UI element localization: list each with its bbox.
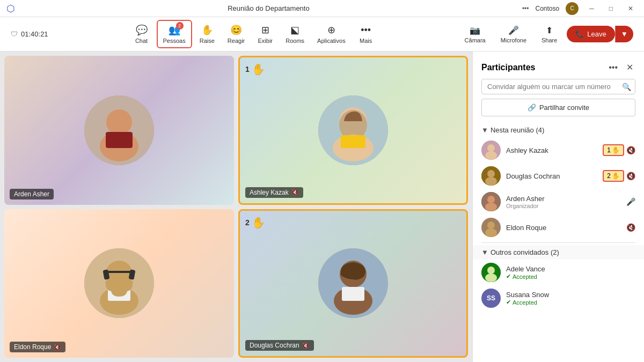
sidebar-participants: Participantes ••• ✕ 🔍 🔗 Partilhar convit… (472, 51, 644, 362)
raise-hand-icon-douglas: ✋ (252, 216, 265, 229)
svg-point-30 (487, 221, 495, 229)
phone-icon: 📞 (575, 30, 584, 38)
aplicativos-tool-btn[interactable]: ⊕ Aplicativos (312, 21, 351, 47)
douglas-avatar-svg (318, 248, 388, 318)
adele-info: Adele Vance ✔ Accepted (506, 265, 635, 280)
avatar-eldon (84, 248, 154, 318)
exibir-icon: ⊞ (261, 24, 269, 36)
share-icon: ⬆ (546, 25, 553, 35)
douglas-actions: 2 ✋ 🔇 (603, 170, 635, 182)
toolbar: 🛡 01:40:21 💬 Chat 👥 2 Pessoas ✋ Raise 😊 … (0, 17, 644, 51)
raise-hand-icon2: ✋ (612, 172, 620, 180)
raise-hand-icon-ashley: ✋ (252, 63, 265, 76)
camera-tool-btn[interactable]: 📷 Câmara (459, 22, 491, 47)
camera-label: Câmara (465, 37, 486, 43)
douglas-raise-num: 2 (607, 172, 611, 180)
search-input[interactable] (481, 79, 635, 94)
arden-sidebar-name: Arden Asher (506, 195, 621, 203)
arden-actions: 🎤 (626, 197, 635, 206)
avatar-eldon-sidebar (481, 218, 501, 237)
raise-num-douglas: 2 (245, 218, 250, 227)
main-content: Arden Asher 1 ✋ Ashley Kazak (0, 51, 644, 362)
invite-label: Partilhar convite (539, 104, 589, 112)
maximize-btn[interactable]: □ (605, 4, 617, 13)
mais-tool-btn[interactable]: ••• Mais (353, 21, 379, 47)
sidebar-close-btn[interactable]: ✕ (624, 60, 635, 75)
others-section-header[interactable]: ▼ Outros convidados (2) (473, 245, 644, 260)
sidebar-title: Participantes (481, 63, 535, 72)
chevron-down-icon: ▼ (621, 30, 628, 38)
separator (481, 242, 635, 243)
pessoas-icon: 👥 2 (169, 24, 180, 36)
video-tile-arden: Arden Asher (4, 56, 234, 205)
name-tag-douglas: Douglas Cochran 🔇 (245, 340, 314, 351)
ashley-name: Ashley Kazak (250, 189, 289, 196)
sidebar-header: Participantes ••• ✕ (473, 51, 644, 79)
aplicativos-icon: ⊕ (327, 24, 335, 36)
chevron-down-icon: ▼ (481, 126, 488, 134)
susana-status: ✔ Accepted (506, 299, 635, 306)
leave-btn[interactable]: 📞 Leave (567, 26, 614, 42)
arden-name: Arden Asher (14, 190, 49, 198)
more-icon[interactable]: ••• (522, 5, 529, 12)
mic-label: Microfone (501, 37, 526, 43)
reagir-label: Reagir (228, 38, 245, 44)
close-btn[interactable]: ✕ (624, 4, 638, 13)
svg-rect-8 (341, 135, 365, 148)
participant-arden: Arden Asher Organizador 🎤 (473, 189, 644, 215)
mais-label: Mais (360, 38, 372, 44)
douglas-sidebar-name: Douglas Cochran (506, 172, 597, 180)
ashley-muted-icon: 🔇 (291, 189, 299, 196)
name-tag-eldon: Eldon Roque 🔇 (10, 342, 65, 352)
svg-rect-3 (106, 132, 133, 148)
chat-tool-btn[interactable]: 💬 Chat (129, 21, 155, 47)
leave-dropdown-btn[interactable]: ▼ (615, 26, 633, 42)
rooms-tool-btn[interactable]: ⬕ Rooms (280, 21, 310, 47)
rooms-label: Rooms (286, 38, 304, 44)
avatar-arden (84, 95, 154, 165)
ashley-info: Ashley Kazak (506, 146, 597, 154)
check-icon: ✔ (506, 273, 511, 280)
invite-btn[interactable]: 🔗 Partilhar convite (481, 99, 635, 116)
douglas-muted-icon: 🔇 (302, 342, 310, 349)
eldon-avatar-svg (84, 248, 154, 318)
shield-icon: 🛡 (11, 30, 18, 38)
svg-point-31 (485, 228, 497, 237)
sidebar-more-btn[interactable]: ••• (606, 60, 620, 75)
reagir-icon: 😊 (230, 24, 242, 36)
share-link-icon: 🔗 (528, 104, 536, 112)
mais-icon: ••• (361, 25, 371, 36)
in-meeting-section-header[interactable]: ▼ Nesta reunião (4) (473, 123, 644, 137)
douglas-info: Douglas Cochran (506, 172, 597, 180)
svg-rect-19 (342, 287, 364, 301)
mic-tool-btn[interactable]: 🎤 Microfone (495, 22, 532, 47)
ashley-raise-num: 1 (607, 146, 611, 154)
svg-point-33 (487, 267, 495, 274)
camera-icon: 📷 (470, 25, 480, 35)
exibir-tool-btn[interactable]: ⊞ Exibir (252, 21, 278, 47)
share-tool-btn[interactable]: ⬆ Share (536, 22, 562, 47)
rooms-icon: ⬕ (290, 24, 299, 36)
name-tag-arden: Arden Asher (10, 189, 54, 200)
susana-info: Susana Snow ✔ Accepted (506, 291, 635, 306)
ashley-raise-indicator: 1 ✋ (603, 144, 624, 156)
svg-point-25 (485, 177, 497, 186)
reagir-tool-btn[interactable]: 😊 Reagir (222, 21, 250, 47)
meeting-title: Reunião do Departamento (228, 4, 310, 12)
arden-mic-icon: 🎤 (626, 197, 635, 206)
minimize-btn[interactable]: ─ (585, 4, 598, 13)
susana-status-text: Accepted (513, 299, 537, 306)
meeting-timer: 01:40:21 (21, 30, 48, 38)
douglas-name: Douglas Cochran (250, 342, 299, 349)
user-avatar[interactable]: C (566, 2, 579, 15)
participant-adele: Adele Vance ✔ Accepted (473, 260, 644, 285)
adele-name: Adele Vance (506, 265, 635, 273)
ashley-actions: 1 ✋ 🔇 (603, 144, 635, 156)
douglas-raise-indicator: 2 ✋ (603, 170, 624, 182)
pessoas-tool-btn[interactable]: 👥 2 Pessoas (157, 20, 192, 48)
leave-label: Leave (587, 30, 606, 38)
avatar-douglas-sidebar (481, 166, 501, 186)
video-tile-douglas: 2 ✋ Douglas Cochran 🔇 (238, 209, 468, 358)
raise-tool-btn[interactable]: ✋ Raise (194, 21, 220, 47)
avatar-adele (481, 263, 501, 282)
